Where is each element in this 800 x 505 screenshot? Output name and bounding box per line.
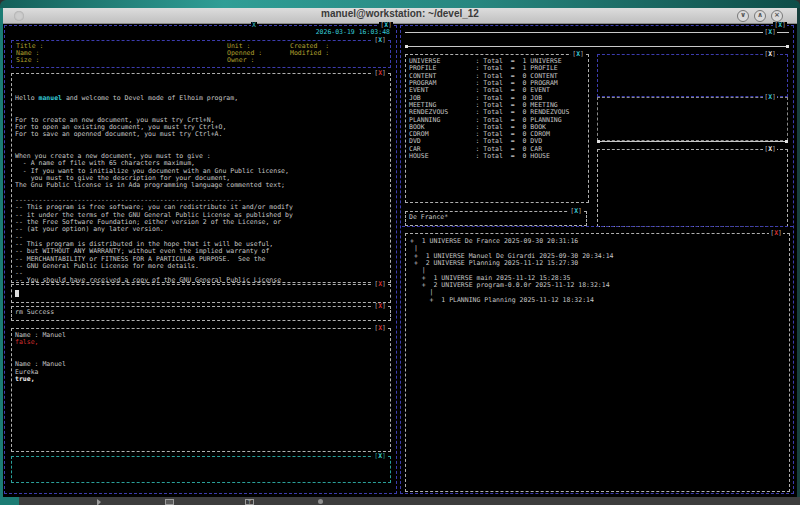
desktop-taskbar: T: [0, 497, 800, 505]
document-info-close-button[interactable]: X: [373, 37, 387, 44]
taskbar-dot-icon[interactable]: [318, 499, 323, 504]
results-text: Name : Manuelfalse, Name : ManuelEurekat…: [15, 332, 66, 383]
screen: manuel@workstation: ~/devel_12 ∨ ∧ × X X…: [0, 0, 800, 505]
maximize-button[interactable]: ∧: [754, 10, 766, 22]
panel-divider: [402, 226, 793, 227]
universe-tree: + 1 UNIVERSE De France 2025-09-30 20:31:…: [410, 238, 614, 304]
window-frame-top: [0, 0, 800, 8]
totals-table: UNIVERSE : Total = 1 UNIVERSEPROFILE : T…: [409, 58, 569, 160]
window-menu-icon[interactable]: [14, 11, 24, 21]
line-endcap: [597, 140, 600, 143]
background-window-close-button[interactable]: X: [251, 22, 257, 29]
result-line: false,: [15, 339, 66, 346]
command-input-window[interactable]: X: [11, 284, 391, 303]
username: manuel: [38, 94, 61, 102]
line-endcap: [785, 140, 788, 143]
welcome-message-window: X Hello manuel and welcome to Devel mode…: [11, 73, 391, 283]
message-line: -- GNU General Public License for more d…: [15, 263, 312, 270]
selection-window: X De France*: [405, 211, 587, 226]
text-cursor: [15, 290, 19, 297]
totals-table-close-button[interactable]: X: [571, 51, 585, 58]
taskbar-terminal-icon[interactable]: T: [245, 499, 254, 505]
line-endcap: [405, 45, 408, 48]
result-line: true,: [15, 376, 66, 383]
minimize-button[interactable]: ∨: [737, 10, 749, 22]
message-line: The Gnu Public license is in Ada program…: [15, 182, 312, 189]
universe-tree-window: X + 1 UNIVERSE De France 2025-09-30 20:3…: [405, 233, 790, 492]
field-label-size: Size :: [16, 57, 39, 64]
terminal: X X 2026-03-19 16:03:48 X Title : Name :…: [3, 24, 797, 497]
field-label-modified: Modified :: [290, 50, 329, 57]
sub-window-3: X: [597, 149, 788, 227]
tree-line[interactable]: + 2 UNIVERSE program-0.0.0r 2025-11-12 1…: [410, 282, 614, 289]
universe-tree-close-button[interactable]: X: [769, 230, 783, 237]
message-line: For to save an openned document, you mus…: [15, 131, 312, 138]
results-close-button[interactable]: X: [373, 325, 387, 332]
field-label-owner: Owner :: [227, 57, 254, 64]
document-info-window: X Title : Name : Size : Unit : Openned :…: [11, 40, 391, 68]
titlebar: manuel@workstation: ~/devel_12 ∨ ∧ ×: [3, 8, 797, 24]
sub-window-border: [597, 141, 788, 142]
tree-line[interactable]: + 1 UNIVERSE De France 2025-09-30 20:31:…: [410, 238, 614, 245]
selection-close-button[interactable]: X: [569, 208, 583, 215]
tree-line[interactable]: + 1 PLANNING Planning 2025-11-12 18:32:1…: [410, 297, 614, 304]
stacked-window-border-1: X: [405, 32, 789, 33]
teal-window-close-button[interactable]: X: [373, 453, 387, 460]
results-window: X Name : Manuelfalse, Name : ManuelEurek…: [11, 328, 391, 452]
sub-window-3-close-button[interactable]: X: [763, 146, 777, 153]
greeting-line: Hello manuel and welcome to Devel mode o…: [15, 95, 312, 102]
left-panel-window: X X 2026-03-19 16:03:48 X Title : Name :…: [4, 25, 397, 494]
rm-status-text: rm Success: [15, 309, 54, 316]
line-endcap: [786, 45, 789, 48]
empty-teal-window: X: [11, 456, 391, 483]
window-corner: [0, 497, 19, 505]
selection-text: De France*: [409, 214, 448, 221]
stacked-window-border-2: [405, 46, 789, 47]
message-line: -- (at your option) any later version.: [15, 226, 312, 233]
message-line: [15, 139, 312, 146]
taskbar-cursor-icon[interactable]: [97, 499, 101, 505]
sub-window-1: X: [597, 54, 788, 97]
sub-window-2: X: [597, 97, 788, 141]
rm-status-window: X rm Success: [11, 306, 391, 321]
sub-window-2-close-button[interactable]: X: [763, 94, 777, 101]
command-input-close-button[interactable]: X: [373, 281, 387, 288]
result-line: [15, 347, 66, 354]
stacked-window-1-close-button[interactable]: X: [763, 29, 777, 36]
taskbar-windows-icon[interactable]: [165, 499, 174, 505]
sub-window-1-close-button[interactable]: X: [763, 51, 777, 58]
table-row: HOUSE : Total = 0 HOUSE: [409, 153, 569, 160]
window-title: manuel@workstation: ~/devel_12: [3, 8, 797, 19]
totals-table-window: X UNIVERSE : Total = 1 UNIVERSEPROFILE :…: [405, 54, 589, 203]
right-panel-window: X X X UNIVERSE : Total = 1 UNIVERSEPROFI…: [400, 25, 794, 494]
welcome-close-button[interactable]: X: [373, 70, 387, 77]
tree-line[interactable]: + 2 UNIVERSE Planning 2025-11-12 15:27:3…: [410, 260, 614, 267]
rm-status-close-button[interactable]: X: [373, 303, 387, 310]
